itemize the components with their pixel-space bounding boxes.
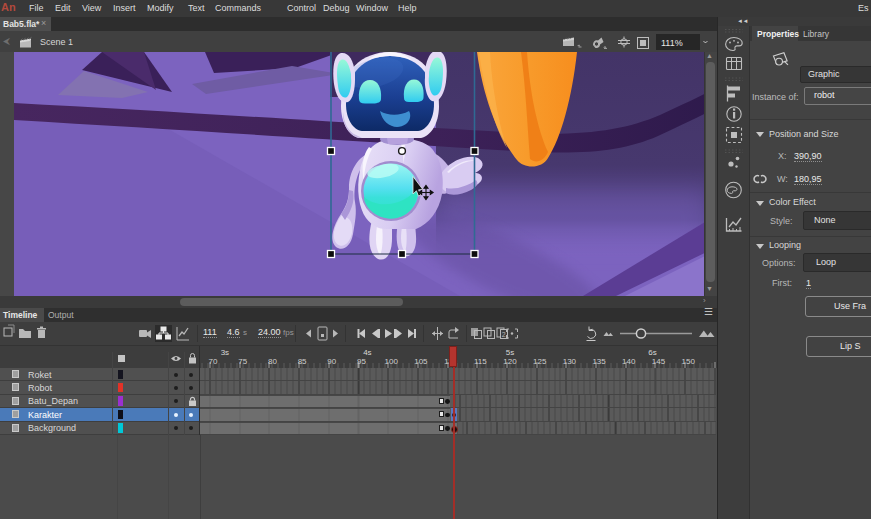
svg-text:2: 2 bbox=[502, 331, 506, 338]
